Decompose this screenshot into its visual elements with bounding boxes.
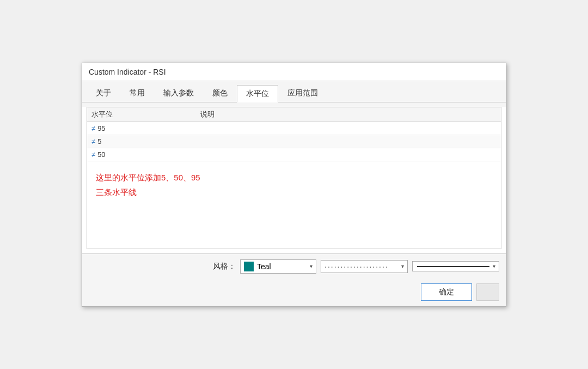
tab-scope[interactable]: 应用范围	[278, 84, 327, 102]
table-row[interactable]: ≠ 5	[87, 135, 501, 148]
table-header: 水平位 说明	[87, 107, 501, 122]
level-icon-50: ≠	[91, 150, 95, 159]
tab-content: 水平位 说明 ≠ 95 ≠ 5 ≠ 50	[82, 107, 506, 306]
level-icon-5: ≠	[91, 137, 95, 146]
color-chevron-down-icon: ▾	[310, 263, 313, 269]
table-row[interactable]: ≠ 95	[87, 122, 501, 135]
style-label: 风格：	[213, 262, 236, 271]
color-name: Teal	[257, 262, 307, 271]
ok-button[interactable]: 确定	[421, 283, 472, 301]
line-width-dropdown[interactable]: ▾	[412, 261, 499, 271]
cancel-button[interactable]	[476, 283, 499, 301]
tab-common[interactable]: 常用	[120, 84, 154, 102]
tab-about[interactable]: 关于	[87, 84, 120, 102]
window-title: Custom Indicator - RSI	[89, 68, 166, 76]
annotation-line2: 三条水平线	[96, 185, 492, 199]
tab-color[interactable]: 颜色	[203, 84, 237, 102]
level-cell-5: ≠ 5	[91, 137, 200, 146]
color-dropdown[interactable]: Teal ▾	[240, 259, 316, 274]
col-header-desc: 说明	[200, 110, 215, 119]
annotation-area: 这里的水平位添加5、50、95 三条水平线	[87, 161, 501, 249]
title-bar: Custom Indicator - RSI	[82, 63, 506, 81]
style-footer: 风格： Teal ▾ ···················· ▾ ▾	[82, 253, 506, 279]
tab-bar: 关于 常用 输入参数 颜色 水平位 应用范围	[82, 81, 506, 102]
col-header-level: 水平位	[91, 110, 200, 119]
level-cell-95: ≠ 95	[91, 124, 200, 132]
line-dotted-style: ····················	[324, 262, 399, 271]
table-row[interactable]: ≠ 50	[87, 148, 501, 161]
level-icon-95: ≠	[91, 124, 95, 132]
line-style-chevron-down-icon: ▾	[401, 263, 404, 269]
line-style-dropdown[interactable]: ···················· ▾	[321, 260, 408, 273]
tab-input[interactable]: 输入参数	[154, 84, 203, 102]
color-swatch	[244, 262, 254, 271]
main-window: Custom Indicator - RSI 关于 常用 输入参数 颜色 水平位…	[82, 63, 506, 307]
level-table: 水平位 说明 ≠ 95 ≠ 5 ≠ 50	[87, 107, 501, 249]
level-cell-50: ≠ 50	[91, 150, 200, 159]
tab-level[interactable]: 水平位	[237, 85, 278, 102]
annotation-line1: 这里的水平位添加5、50、95	[96, 170, 492, 185]
line-width-chevron-down-icon: ▾	[493, 263, 495, 269]
buttons-area: 确定	[82, 279, 506, 306]
line-solid-preview	[417, 266, 489, 267]
